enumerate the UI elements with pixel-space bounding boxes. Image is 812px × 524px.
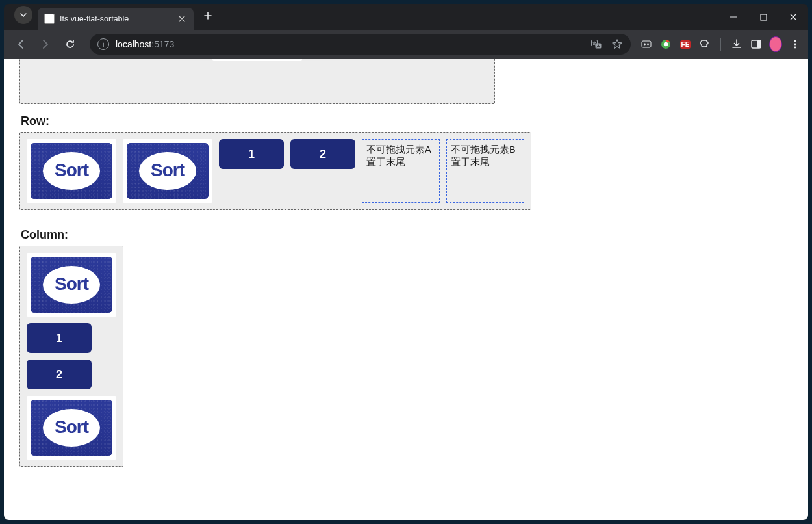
arrow-left-icon — [15, 38, 27, 50]
browser-menu-button[interactable] — [789, 38, 802, 51]
window-maximize-button[interactable] — [748, 7, 778, 27]
locked-item-line: 不可拖拽元素B — [451, 144, 520, 156]
sortable-chip[interactable]: 1 — [219, 139, 284, 169]
chevron-down-icon — [19, 11, 27, 19]
url-port: :5173 — [151, 39, 174, 49]
browser-window: Its vue-flat-sortable i loca — [0, 0, 812, 524]
extensions-row: FE — [640, 38, 802, 51]
side-panel-button[interactable] — [750, 38, 763, 51]
sortable-chip[interactable]: 2 — [27, 360, 92, 389]
window-controls — [718, 4, 808, 30]
svg-rect-0 — [761, 14, 767, 20]
svg-point-12 — [794, 47, 796, 49]
downloads-button[interactable] — [730, 38, 743, 51]
top-partial-container: Sort — [19, 59, 495, 104]
sortable-chip[interactable]: 2 — [290, 139, 355, 169]
extension-icon-1[interactable] — [640, 38, 653, 51]
extension-icon-3[interactable]: FE — [679, 38, 692, 51]
column-section-label: Column: — [21, 228, 793, 242]
nav-reload-button[interactable] — [60, 34, 81, 55]
tab-title: Its vue-flat-sortable — [60, 14, 129, 23]
page-viewport: Sort Row: Sort Sort 1 2 不可拖拽元 — [4, 59, 808, 520]
locked-item-line: 不可拖拽元素A — [366, 144, 435, 156]
toolbar-divider — [720, 38, 721, 51]
omnibox-actions — [590, 38, 623, 50]
arrow-right-icon — [40, 38, 51, 50]
column-container: Sort 1 2 Sort — [19, 246, 123, 467]
nav-forward-button[interactable] — [35, 34, 56, 55]
url-host: localhost — [116, 39, 151, 49]
new-tab-button[interactable] — [199, 7, 217, 25]
sort-card-graphic: Sort — [31, 400, 112, 456]
close-icon — [179, 16, 185, 22]
locked-item-line: 置于末尾 — [451, 156, 520, 168]
tab-close-button[interactable] — [177, 14, 187, 24]
maximize-icon — [760, 14, 767, 21]
extensions-menu-button[interactable] — [698, 38, 711, 51]
sort-card-label: Sort — [55, 274, 88, 295]
svg-point-4 — [644, 44, 646, 46]
tab-favicon — [44, 14, 55, 24]
svg-point-10 — [794, 40, 796, 42]
sortable-card[interactable]: Sort — [27, 396, 116, 460]
svg-point-11 — [794, 44, 796, 46]
omnibox[interactable]: i localhost:5173 — [90, 34, 631, 55]
sort-card-graphic: Sort — [31, 143, 112, 199]
plus-icon — [203, 11, 212, 20]
profile-avatar[interactable] — [769, 38, 782, 51]
minimize-icon — [730, 13, 737, 21]
bookmark-icon[interactable] — [611, 38, 623, 50]
locked-item-line: 置于末尾 — [366, 156, 435, 168]
page-content[interactable]: Sort Row: Sort Sort 1 2 不可拖拽元 — [4, 59, 808, 520]
tab-search-button[interactable] — [14, 6, 32, 24]
sort-card-label: Sort — [151, 160, 184, 181]
svg-point-5 — [647, 44, 649, 46]
nav-back-button[interactable] — [10, 34, 31, 55]
svg-rect-3 — [642, 41, 651, 47]
omnibox-url: localhost:5173 — [116, 39, 174, 49]
sortable-card[interactable]: Sort — [212, 59, 302, 61]
site-info-icon[interactable]: i — [97, 38, 109, 50]
window-minimize-button[interactable] — [718, 7, 748, 27]
sort-card-label: Sort — [55, 417, 88, 438]
window-frame: Its vue-flat-sortable i loca — [4, 4, 808, 520]
window-close-button[interactable] — [778, 7, 808, 27]
sort-card-label: Sort — [55, 160, 88, 181]
reload-icon — [64, 38, 76, 50]
tab-strip: Its vue-flat-sortable — [4, 4, 808, 30]
locked-item: 不可拖拽元素A 置于末尾 — [362, 139, 440, 203]
translate-icon[interactable] — [590, 38, 602, 50]
sortable-card[interactable]: Sort — [27, 253, 116, 317]
row-section-label: Row: — [21, 114, 793, 128]
browser-tab[interactable]: Its vue-flat-sortable — [38, 8, 194, 30]
locked-item: 不可拖拽元素B 置于末尾 — [446, 139, 524, 203]
svg-rect-9 — [757, 40, 761, 48]
sort-card-graphic: Sort — [31, 257, 112, 313]
sortable-card[interactable]: Sort — [27, 139, 116, 203]
row-container: Sort Sort 1 2 不可拖拽元素A 置于末尾 不可拖拽元素B 置于末尾 — [19, 132, 531, 210]
close-icon — [789, 13, 797, 21]
sortable-card[interactable]: Sort — [123, 139, 212, 203]
browser-toolbar: i localhost:5173 FE — [4, 30, 808, 59]
sort-card-graphic: Sort — [127, 143, 209, 199]
sortable-chip[interactable]: 1 — [27, 323, 92, 353]
extension-icon-2[interactable] — [659, 38, 672, 51]
